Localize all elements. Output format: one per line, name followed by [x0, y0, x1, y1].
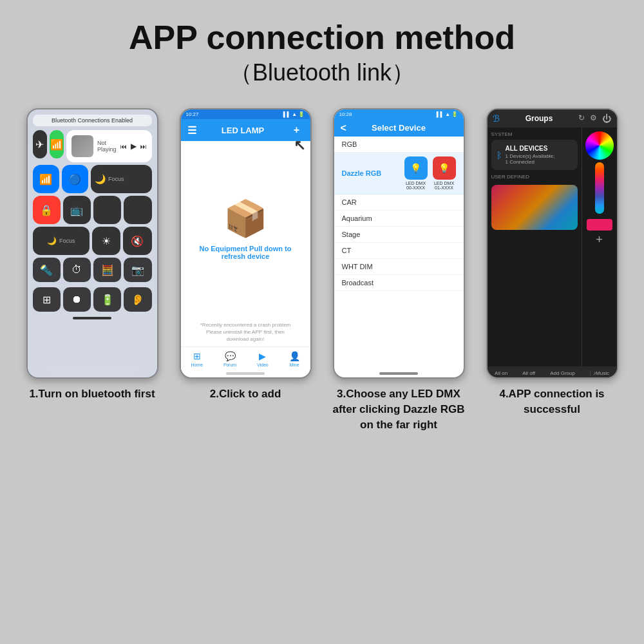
gradient-bar[interactable]	[595, 162, 604, 214]
select-header: < Select Device	[334, 119, 464, 137]
refresh-icon[interactable]: ↻	[578, 113, 585, 124]
ios-control-center: Bluetooth Connections Enabled ✈ 📶 Not Pl…	[28, 109, 157, 377]
empty-state-text: No Equipment Pull down to refresh device	[200, 245, 292, 260]
bt-toggle-icon: 🔵	[68, 173, 81, 185]
calculator-tile[interactable]: 🧮	[93, 258, 121, 282]
status-bar-3: 10:28 ▌▌ ▲ 🔋	[334, 109, 464, 119]
step-2-col: 10:27 ▌▌ ▲ 🔋 ☰ LED LAMP + ↖ 📦 No Equipme…	[175, 108, 316, 402]
led-dmx-1-box[interactable]: 💡 LED DMX00-XXXX	[404, 156, 428, 190]
bottom-nav-2: ⊞ Home 💬 Forum ▶ Video 👤 Mine	[181, 346, 310, 370]
bt-row: ᛒ ALL DEVICES 1 Device(s) Available; 1 C…	[497, 145, 573, 165]
phone-1: Bluetooth Connections Enabled ✈ 📶 Not Pl…	[26, 108, 158, 379]
cast-icon: 📺	[70, 204, 83, 216]
phone-3: 10:28 ▌▌ ▲ 🔋 < Select Device RGB Dazzle …	[333, 108, 465, 379]
step-1-label: 1.Turn on bluetooth first	[29, 386, 155, 402]
cc-row-2: 📶 🔵 🌙 Focus	[33, 165, 152, 193]
next-icon[interactable]: ⏭	[140, 143, 147, 150]
device-row-whtdim[interactable]: WHT DIM	[334, 259, 464, 275]
hearing-tile[interactable]: 👂	[124, 287, 151, 312]
nav-forum[interactable]: 💬 Forum	[223, 351, 236, 367]
camera-tile[interactable]: 📷	[124, 258, 151, 282]
nav-mine[interactable]: 👤 Mine	[289, 351, 300, 367]
header-icons: ↻ ⚙ ⏻	[578, 113, 611, 124]
step-3-col: 10:28 ▌▌ ▲ 🔋 < Select Device RGB Dazzle …	[328, 108, 469, 432]
wifi-tile[interactable]: 📶	[50, 130, 64, 158]
color-swatch-pink[interactable]	[587, 219, 612, 231]
app-empty-state: 📦 No Equipment Pull down to refresh devi…	[181, 141, 310, 317]
all-devices-title: ALL DEVICES	[506, 145, 555, 152]
device-row-car[interactable]: CAR	[334, 194, 464, 211]
device-row-rgb[interactable]: RGB	[334, 137, 464, 153]
mine-nav-icon: 👤	[289, 351, 300, 361]
video-nav-label: Video	[257, 363, 269, 367]
all-off-btn[interactable]: All off	[522, 370, 535, 376]
bt-toggle-tile[interactable]: 🔵	[62, 165, 88, 193]
menu-icon[interactable]: ☰	[187, 124, 196, 137]
device-row-ct[interactable]: CT	[334, 243, 464, 259]
timer-icon: ⏱	[71, 264, 82, 276]
page: APP connection method （Bluetooth link） B…	[0, 0, 644, 644]
brightness-tile[interactable]: ☀	[92, 227, 120, 255]
device-row-dazzle[interactable]: Dazzle RGB 💡 LED DMX00-XXXX 💡	[334, 153, 464, 194]
aquarium-label: Aquarium	[342, 214, 372, 222]
rec-tile[interactable]: ⏺	[63, 287, 91, 312]
gradient-preview	[491, 185, 578, 230]
cast-tile[interactable]: 📺	[63, 196, 91, 224]
power-icon[interactable]: ⏻	[602, 113, 611, 124]
app4-header: ℬ Groups ↻ ⚙ ⏻	[488, 109, 617, 128]
nav-home[interactable]: ⊞ Home	[191, 351, 203, 367]
phone-2: 10:27 ▌▌ ▲ 🔋 ☰ LED LAMP + ↖ 📦 No Equipme…	[180, 108, 312, 379]
flashlight-tile[interactable]: 🔦	[33, 258, 61, 282]
mute-tile[interactable]: 🔇	[123, 227, 151, 255]
nav-video[interactable]: ▶ Video	[257, 351, 269, 367]
focus-tile[interactable]: 🌙 Focus	[91, 165, 152, 193]
timer-tile[interactable]: ⏱	[63, 258, 91, 282]
app-title-2: LED LAMP	[222, 126, 264, 135]
settings-icon[interactable]: ⚙	[590, 113, 597, 124]
user-defined-label: USER DEFINED	[491, 174, 578, 180]
device-row-broadcast[interactable]: Broadcast	[334, 275, 464, 291]
hearing-icon: 👂	[131, 294, 144, 306]
airplane-tile[interactable]: ✈	[33, 130, 47, 158]
cc-row-1: ✈ 📶 Not Playing ⏮ ▶ ⏭	[33, 130, 152, 162]
battery-tile[interactable]: 🔋	[93, 287, 121, 312]
airplane-icon: ✈	[35, 138, 44, 151]
wifi-toggle-tile[interactable]: 📶	[33, 165, 59, 193]
add-button[interactable]: +	[289, 123, 303, 137]
step-1-col: Bluetooth Connections Enabled ✈ 📶 Not Pl…	[21, 108, 163, 402]
media-controls: ⏮ ▶ ⏭	[120, 142, 147, 151]
plus-button[interactable]: +	[596, 233, 603, 247]
dazzle-label: Dazzle RGB	[342, 169, 404, 177]
home-bar-2	[226, 372, 265, 375]
home-bar	[73, 317, 111, 319]
bt-logo: ℬ	[493, 113, 500, 124]
led-dmx-1-name: LED DMX00-XXXX	[406, 181, 426, 190]
moon-icon: 🌙	[95, 174, 106, 184]
device-row-aquarium[interactable]: Aquarium	[334, 211, 464, 227]
app-note: *Recently encountered a crash problem Pl…	[181, 317, 310, 347]
play-icon[interactable]: ▶	[131, 142, 137, 151]
color-wheel[interactable]	[585, 131, 614, 160]
media-tile: Not Playing ⏮ ▶ ⏭	[66, 130, 152, 162]
lock-tile[interactable]: 🔒	[33, 196, 61, 224]
device-list: RGB Dazzle RGB 💡 LED DMX00-XXXX	[334, 137, 464, 370]
phone-4: ℬ Groups ↻ ⚙ ⏻ SYSTEM ᛒ	[486, 108, 618, 379]
back-button[interactable]: <	[341, 122, 346, 134]
home-nav-icon: ⊞	[193, 351, 201, 361]
focus-tile2[interactable]: 🌙 Focus	[33, 227, 90, 255]
prev-icon[interactable]: ⏮	[120, 143, 127, 150]
led-icon-2: 💡	[439, 163, 450, 173]
music-btn[interactable]: ♪Music	[590, 370, 609, 376]
cursor-icon: ↖	[294, 137, 305, 154]
all-on-btn[interactable]: All on	[495, 370, 507, 376]
led-dmx-2-box[interactable]: 💡 LED DMX01-XXXX	[433, 156, 456, 190]
device-row-stage[interactable]: Stage	[334, 227, 464, 243]
qr-tile[interactable]: ⊞	[33, 287, 61, 312]
camera-icon: 📷	[131, 264, 144, 276]
cc-row-4: 🌙 Focus ☀ 🔇	[33, 227, 152, 255]
blank-tile-1	[93, 196, 121, 224]
step-4-col: ℬ Groups ↻ ⚙ ⏻ SYSTEM ᛒ	[481, 108, 623, 417]
page-title: APP connection method	[129, 19, 515, 56]
step-3-label: 3.Choose any LED DMX after clicking Dazz…	[328, 386, 469, 432]
add-group-btn[interactable]: Add Group	[550, 370, 575, 376]
